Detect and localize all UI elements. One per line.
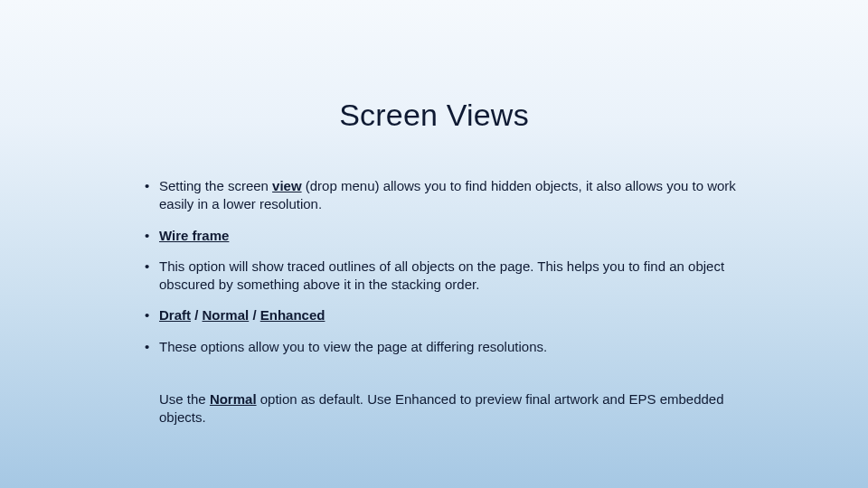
text: This option will show traced outlines of…: [159, 258, 724, 292]
bullet-modes-desc: These options allow you to view the page…: [145, 338, 741, 356]
text: Use the: [159, 391, 210, 407]
separator: /: [249, 307, 260, 323]
slide-title: Screen Views: [0, 98, 868, 133]
emphasis-wireframe: Wire frame: [159, 228, 229, 243]
emphasis-view: view: [272, 178, 302, 193]
bullet-list: Setting the screen view (drop menu) allo…: [145, 177, 741, 356]
emphasis-enhanced: Enhanced: [260, 307, 326, 323]
emphasis-normal-default: Normal: [210, 391, 257, 407]
slide: Screen Views Setting the screen view (dr…: [0, 0, 868, 488]
bullet-wireframe-desc: This option will show traced outlines of…: [145, 258, 741, 295]
emphasis-draft: Draft: [159, 307, 191, 323]
text: These options allow you to view the page…: [159, 339, 547, 354]
separator: /: [191, 307, 203, 323]
closing-paragraph: Use the Normal option as default. Use En…: [159, 390, 741, 427]
bullet-setting-view: Setting the screen view (drop menu) allo…: [145, 177, 741, 214]
bullet-modes: Draft / Normal / Enhanced: [145, 306, 741, 324]
slide-body: Setting the screen view (drop menu) allo…: [145, 177, 741, 369]
bullet-wireframe: Wire frame: [145, 227, 741, 245]
text: Setting the screen: [159, 178, 272, 193]
emphasis-normal: Normal: [203, 307, 250, 323]
